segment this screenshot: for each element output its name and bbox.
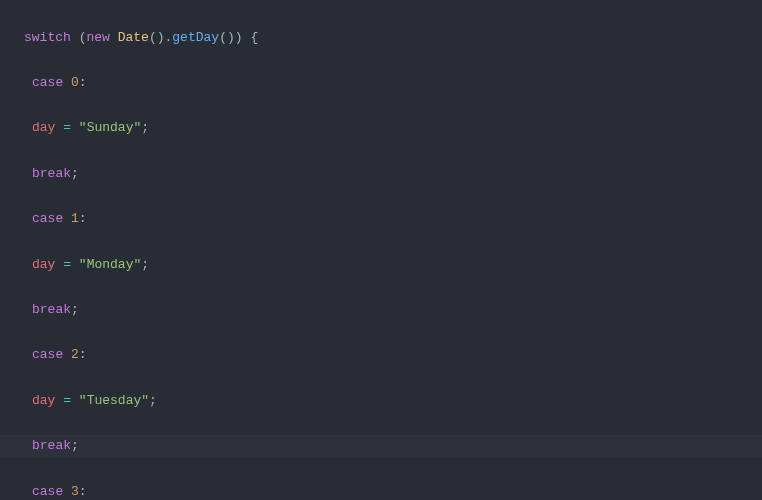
method-getday: getDay xyxy=(172,30,219,45)
case-number: 2 xyxy=(71,347,79,362)
keyword-break: break xyxy=(32,438,71,453)
semicolon: ; xyxy=(71,438,79,453)
brace-open: { xyxy=(250,30,258,45)
paren-close: ) xyxy=(227,30,235,45)
keyword-case: case xyxy=(32,347,63,362)
case-number: 3 xyxy=(71,484,79,499)
keyword-case: case xyxy=(32,211,63,226)
var-day: day xyxy=(32,120,55,135)
code-line[interactable]: day = "Monday"; xyxy=(0,254,762,277)
code-line[interactable]: day = "Tuesday"; xyxy=(0,390,762,413)
code-line[interactable]: case 1: xyxy=(0,208,762,231)
colon: : xyxy=(79,347,87,362)
colon: : xyxy=(79,211,87,226)
var-day: day xyxy=(32,393,55,408)
op-assign: = xyxy=(63,393,71,408)
keyword-new: new xyxy=(86,30,109,45)
semicolon: ; xyxy=(71,166,79,181)
op-assign: = xyxy=(63,120,71,135)
code-line[interactable]: switch (new Date().getDay()) { xyxy=(0,27,762,50)
keyword-break: break xyxy=(32,166,71,181)
case-number: 1 xyxy=(71,211,79,226)
code-line[interactable]: case 2: xyxy=(0,344,762,367)
keyword-case: case xyxy=(32,484,63,499)
keyword-switch: switch xyxy=(24,30,71,45)
code-line[interactable]: case 3: xyxy=(0,481,762,500)
paren-close: ) xyxy=(157,30,165,45)
string-value: "Monday" xyxy=(79,257,141,272)
code-line[interactable]: break; xyxy=(0,299,762,322)
code-line[interactable]: break; xyxy=(0,163,762,186)
string-value: "Sunday" xyxy=(79,120,141,135)
op-assign: = xyxy=(63,257,71,272)
code-line[interactable]: day = "Sunday"; xyxy=(0,117,762,140)
class-date: Date xyxy=(118,30,149,45)
semicolon: ; xyxy=(71,302,79,317)
keyword-case: case xyxy=(32,75,63,90)
semicolon: ; xyxy=(141,120,149,135)
code-line-active[interactable]: break; xyxy=(0,435,762,458)
colon: : xyxy=(79,75,87,90)
semicolon: ; xyxy=(149,393,157,408)
paren-open: ( xyxy=(149,30,157,45)
keyword-break: break xyxy=(32,302,71,317)
case-number: 0 xyxy=(71,75,79,90)
semicolon: ; xyxy=(141,257,149,272)
string-value: "Tuesday" xyxy=(79,393,149,408)
paren-close: ) xyxy=(235,30,243,45)
colon: : xyxy=(79,484,87,499)
paren-open: ( xyxy=(219,30,227,45)
code-line[interactable]: case 0: xyxy=(0,72,762,95)
var-day: day xyxy=(32,257,55,272)
code-editor[interactable]: switch (new Date().getDay()) { case 0: d… xyxy=(0,4,762,500)
